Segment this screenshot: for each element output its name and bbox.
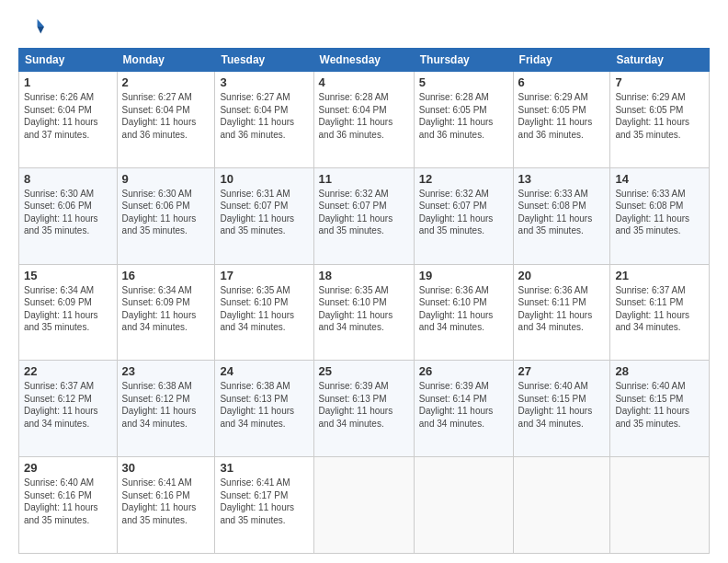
day-info: Sunrise: 6:32 AM Sunset: 6:07 PM Dayligh…	[319, 188, 409, 237]
day-number: 5	[419, 75, 508, 89]
day-number: 18	[319, 269, 409, 282]
day-number: 20	[518, 269, 606, 282]
calendar-cell: 24Sunrise: 6:38 AM Sunset: 6:13 PM Dayli…	[215, 361, 313, 457]
day-info: Sunrise: 6:28 AM Sunset: 6:05 PM Dayligh…	[419, 91, 508, 141]
logo	[18, 15, 48, 40]
week-row-4: 22Sunrise: 6:37 AM Sunset: 6:12 PM Dayli…	[19, 361, 710, 457]
calendar-cell: 29Sunrise: 6:40 AM Sunset: 6:16 PM Dayli…	[19, 457, 118, 554]
calendar-cell	[610, 457, 710, 554]
calendar-cell	[414, 457, 513, 554]
day-info: Sunrise: 6:33 AM Sunset: 6:08 PM Dayligh…	[518, 188, 606, 237]
day-info: Sunrise: 6:35 AM Sunset: 6:10 PM Dayligh…	[220, 284, 308, 334]
weekday-header-saturday: Saturday	[610, 49, 710, 72]
calendar-cell: 13Sunrise: 6:33 AM Sunset: 6:08 PM Dayli…	[513, 167, 610, 264]
day-info: Sunrise: 6:30 AM Sunset: 6:06 PM Dayligh…	[122, 188, 210, 237]
calendar-cell: 3Sunrise: 6:27 AM Sunset: 6:04 PM Daylig…	[215, 72, 313, 168]
day-info: Sunrise: 6:29 AM Sunset: 6:05 PM Dayligh…	[518, 91, 606, 141]
day-number: 22	[24, 364, 112, 378]
calendar-cell: 19Sunrise: 6:36 AM Sunset: 6:10 PM Dayli…	[414, 264, 513, 361]
day-number: 15	[24, 269, 112, 282]
day-info: Sunrise: 6:31 AM Sunset: 6:07 PM Dayligh…	[220, 188, 308, 237]
day-info: Sunrise: 6:37 AM Sunset: 6:12 PM Dayligh…	[24, 380, 112, 430]
day-info: Sunrise: 6:28 AM Sunset: 6:04 PM Dayligh…	[319, 91, 409, 141]
week-row-5: 29Sunrise: 6:40 AM Sunset: 6:16 PM Dayli…	[19, 457, 710, 554]
day-number: 31	[220, 461, 308, 475]
calendar-cell: 7Sunrise: 6:29 AM Sunset: 6:05 PM Daylig…	[610, 72, 710, 168]
day-info: Sunrise: 6:40 AM Sunset: 6:15 PM Dayligh…	[518, 380, 606, 430]
weekday-header-wednesday: Wednesday	[313, 49, 414, 72]
day-number: 7	[615, 75, 704, 89]
day-info: Sunrise: 6:39 AM Sunset: 6:13 PM Dayligh…	[319, 380, 409, 430]
calendar-cell: 2Sunrise: 6:27 AM Sunset: 6:04 PM Daylig…	[117, 72, 215, 168]
day-info: Sunrise: 6:34 AM Sunset: 6:09 PM Dayligh…	[24, 284, 112, 334]
calendar-cell: 28Sunrise: 6:40 AM Sunset: 6:15 PM Dayli…	[610, 361, 710, 457]
calendar-cell: 25Sunrise: 6:39 AM Sunset: 6:13 PM Dayli…	[313, 361, 414, 457]
day-info: Sunrise: 6:38 AM Sunset: 6:13 PM Dayligh…	[220, 380, 308, 430]
calendar-cell	[513, 457, 610, 554]
calendar-cell: 11Sunrise: 6:32 AM Sunset: 6:07 PM Dayli…	[313, 167, 414, 264]
day-number: 23	[122, 364, 210, 378]
day-number: 6	[518, 75, 606, 89]
calendar-cell: 17Sunrise: 6:35 AM Sunset: 6:10 PM Dayli…	[215, 264, 313, 361]
day-info: Sunrise: 6:36 AM Sunset: 6:11 PM Dayligh…	[518, 284, 606, 334]
weekday-header-row: SundayMondayTuesdayWednesdayThursdayFrid…	[19, 49, 710, 72]
day-number: 17	[220, 269, 308, 282]
day-number: 8	[24, 172, 112, 186]
day-number: 14	[615, 172, 704, 186]
calendar-cell: 26Sunrise: 6:39 AM Sunset: 6:14 PM Dayli…	[414, 361, 513, 457]
weekday-header-thursday: Thursday	[414, 49, 513, 72]
day-info: Sunrise: 6:27 AM Sunset: 6:04 PM Dayligh…	[122, 91, 210, 141]
day-number: 29	[24, 461, 112, 475]
calendar-cell: 16Sunrise: 6:34 AM Sunset: 6:09 PM Dayli…	[117, 264, 215, 361]
day-info: Sunrise: 6:36 AM Sunset: 6:10 PM Dayligh…	[419, 284, 508, 334]
day-info: Sunrise: 6:34 AM Sunset: 6:09 PM Dayligh…	[122, 284, 210, 334]
day-number: 24	[220, 364, 308, 378]
weekday-header-sunday: Sunday	[19, 49, 118, 72]
day-number: 10	[220, 172, 308, 186]
day-info: Sunrise: 6:30 AM Sunset: 6:06 PM Dayligh…	[24, 188, 112, 237]
calendar-cell: 27Sunrise: 6:40 AM Sunset: 6:15 PM Dayli…	[513, 361, 610, 457]
day-number: 1	[24, 75, 112, 89]
day-info: Sunrise: 6:41 AM Sunset: 6:17 PM Dayligh…	[220, 477, 308, 526]
calendar-cell: 22Sunrise: 6:37 AM Sunset: 6:12 PM Dayli…	[19, 361, 118, 457]
day-number: 4	[319, 75, 409, 89]
day-number: 16	[122, 269, 210, 282]
calendar-cell: 30Sunrise: 6:41 AM Sunset: 6:16 PM Dayli…	[117, 457, 215, 554]
day-info: Sunrise: 6:26 AM Sunset: 6:04 PM Dayligh…	[24, 91, 112, 141]
calendar-table: SundayMondayTuesdayWednesdayThursdayFrid…	[18, 48, 710, 554]
calendar-cell: 12Sunrise: 6:32 AM Sunset: 6:07 PM Dayli…	[414, 167, 513, 264]
calendar-cell: 4Sunrise: 6:28 AM Sunset: 6:04 PM Daylig…	[313, 72, 414, 168]
day-number: 3	[220, 75, 308, 89]
page: SundayMondayTuesdayWednesdayThursdayFrid…	[0, 0, 728, 563]
calendar-cell: 18Sunrise: 6:35 AM Sunset: 6:10 PM Dayli…	[313, 264, 414, 361]
day-number: 30	[122, 461, 210, 475]
calendar-cell: 14Sunrise: 6:33 AM Sunset: 6:08 PM Dayli…	[610, 167, 710, 264]
calendar-cell: 6Sunrise: 6:29 AM Sunset: 6:05 PM Daylig…	[513, 72, 610, 168]
weekday-header-tuesday: Tuesday	[215, 49, 313, 72]
header	[18, 15, 710, 40]
day-number: 13	[518, 172, 606, 186]
day-info: Sunrise: 6:32 AM Sunset: 6:07 PM Dayligh…	[419, 188, 508, 237]
calendar-cell: 5Sunrise: 6:28 AM Sunset: 6:05 PM Daylig…	[414, 72, 513, 168]
day-info: Sunrise: 6:29 AM Sunset: 6:05 PM Dayligh…	[615, 91, 704, 141]
day-number: 9	[122, 172, 210, 186]
day-number: 26	[419, 364, 508, 378]
day-number: 21	[615, 269, 704, 282]
svg-marker-1	[38, 27, 44, 33]
day-number: 19	[419, 269, 508, 282]
day-info: Sunrise: 6:39 AM Sunset: 6:14 PM Dayligh…	[419, 380, 508, 430]
calendar-cell: 20Sunrise: 6:36 AM Sunset: 6:11 PM Dayli…	[513, 264, 610, 361]
weekday-header-monday: Monday	[117, 49, 215, 72]
day-number: 11	[319, 172, 409, 186]
day-info: Sunrise: 6:35 AM Sunset: 6:10 PM Dayligh…	[319, 284, 409, 334]
calendar-cell: 8Sunrise: 6:30 AM Sunset: 6:06 PM Daylig…	[19, 167, 118, 264]
calendar-cell: 9Sunrise: 6:30 AM Sunset: 6:06 PM Daylig…	[117, 167, 215, 264]
day-info: Sunrise: 6:33 AM Sunset: 6:08 PM Dayligh…	[615, 188, 704, 237]
day-number: 28	[615, 364, 704, 378]
day-number: 12	[419, 172, 508, 186]
calendar-cell: 1Sunrise: 6:26 AM Sunset: 6:04 PM Daylig…	[19, 72, 118, 168]
day-info: Sunrise: 6:38 AM Sunset: 6:12 PM Dayligh…	[122, 380, 210, 430]
calendar-cell: 23Sunrise: 6:38 AM Sunset: 6:12 PM Dayli…	[117, 361, 215, 457]
logo-icon	[18, 15, 44, 40]
day-info: Sunrise: 6:40 AM Sunset: 6:15 PM Dayligh…	[615, 380, 704, 430]
